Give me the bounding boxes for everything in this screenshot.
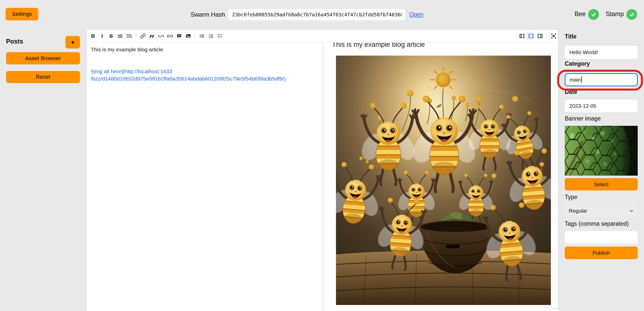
stamp-check-icon [626, 9, 637, 20]
inline-code-button[interactable]: </> [157, 32, 165, 40]
split-view-button[interactable] [527, 32, 535, 40]
preview-view-button[interactable] [536, 32, 544, 40]
reset-button[interactable]: Reset [6, 71, 80, 83]
text-caret [581, 76, 582, 83]
unordered-list-button[interactable] [198, 32, 206, 40]
preview-view-icon [537, 33, 543, 39]
category-input[interactable]: main [565, 73, 638, 86]
task-list-icon [217, 33, 223, 39]
date-input[interactable] [565, 100, 638, 112]
editor-view-button[interactable] [518, 32, 526, 40]
preview-heading: This is my example blog article [332, 43, 558, 49]
comment-code-button[interactable] [175, 32, 183, 40]
date-label: Date [565, 89, 577, 95]
title-label: Title [565, 33, 577, 40]
italic-button[interactable]: I [98, 32, 106, 40]
split-view-icon [528, 33, 534, 39]
ordered-list-icon: 1 2 3 [208, 33, 214, 39]
title-input[interactable] [565, 46, 638, 59]
toolbar-separator [136, 33, 136, 39]
type-select[interactable]: Regular [565, 205, 638, 217]
category-label: Category [565, 60, 590, 67]
editor-view-icon [519, 33, 525, 39]
preview-overflow-indicator: ... [552, 304, 558, 310]
ordered-list-button[interactable]: 1 2 3 [207, 32, 215, 40]
fullscreen-button[interactable] [549, 32, 558, 40]
tags-label: Tags (comma separated) [565, 220, 629, 227]
svg-text:3: 3 [209, 37, 210, 38]
unordered-list-icon [199, 33, 205, 39]
sidebar-divider [558, 29, 559, 311]
banner-image-label: Banner image [565, 115, 601, 122]
comment-code-icon [176, 33, 182, 39]
asset-browser-button[interactable]: Asset Browser [6, 52, 80, 64]
strikethrough-button[interactable]: S [107, 32, 115, 40]
code-block-button[interactable]: {=} [166, 32, 174, 40]
banner-image-thumbnail[interactable] [565, 126, 638, 176]
open-link[interactable]: Open [409, 11, 423, 18]
editor-image-markdown-line1: ![img alt here](http://localhost:1633 [91, 68, 319, 75]
type-label: Type [565, 194, 577, 201]
posts-title: Posts [6, 38, 23, 45]
type-selected-value: Regular [569, 208, 587, 214]
app-root: Settings Swarm Hash Open Bee Stamp Posts… [0, 0, 644, 311]
publish-button[interactable]: Publish [565, 247, 638, 259]
tags-input[interactable] [565, 231, 638, 244]
toolbar-separator [195, 33, 195, 39]
editor-toolbar: B I S HR TITL ” </> {=} [87, 30, 558, 42]
chevron-down-icon [629, 209, 634, 213]
toolbar-separator [547, 33, 547, 39]
preview-pane: This is my example blog article [323, 43, 558, 311]
category-value: main [570, 77, 581, 83]
bee-status-label: Bee [575, 10, 586, 18]
editor-line: This is my example blog article [91, 46, 319, 53]
preview-bee-image [336, 56, 551, 305]
image-button[interactable] [184, 32, 192, 40]
editor-panel: B I S HR TITL ” </> {=} [87, 29, 558, 311]
banner-select-button[interactable]: Select [565, 178, 638, 190]
swarm-hash-input[interactable] [229, 9, 405, 20]
settings-button[interactable]: Settings [6, 8, 38, 20]
swarm-hash-label: Swarm Hash [191, 11, 225, 18]
horizontal-rule-button[interactable]: HR [116, 32, 124, 40]
bold-button[interactable]: B [89, 32, 97, 40]
stamp-status-label: Stamp [606, 10, 624, 18]
image-icon [185, 33, 191, 39]
editor-image-markdown-line2: /bzz/d1480d10652d975e091b2ffa0a35614abda… [91, 75, 319, 82]
task-list-button[interactable] [216, 32, 224, 40]
markdown-editor[interactable]: This is my example blog article ![img al… [87, 43, 323, 311]
bee-check-icon [588, 9, 599, 20]
add-post-button[interactable]: + [65, 36, 80, 49]
fullscreen-icon [551, 33, 557, 39]
link-icon [140, 33, 146, 39]
quote-button[interactable]: ” [148, 32, 156, 40]
link-button[interactable] [139, 32, 147, 40]
title-button[interactable]: TITL [125, 32, 133, 40]
